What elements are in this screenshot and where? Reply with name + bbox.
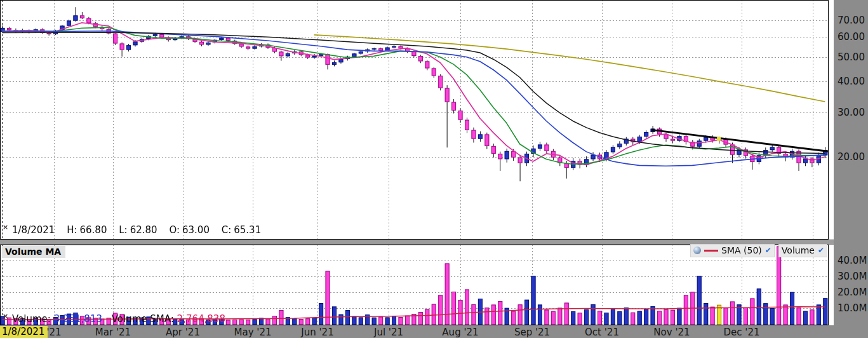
volume-sma-label: Volume SMA: <box>112 313 174 325</box>
volume-axis-label: 20.0M <box>838 287 867 298</box>
price-axis-label: 20.00 <box>838 151 865 163</box>
volume-label: Volume: <box>12 313 51 325</box>
x-axis-month-label: Mar '21 <box>84 327 142 338</box>
x-axis-month-label: May '21 <box>224 327 281 338</box>
sma-line-swatch <box>704 250 718 252</box>
price-axis-label: 30.00 <box>838 107 865 118</box>
volume-legend-chip: Volume ✔ <box>778 244 827 257</box>
x-axis-month-label: Sep '21 <box>504 327 561 338</box>
volume-legend: SMA (50) ✔ Volume ✔ <box>690 244 827 257</box>
price-panel: × 1/8/2021 H:66.80 L:62.80 O:63.00 C:65.… <box>0 0 829 240</box>
sma-legend-chip: SMA (50) ✔ <box>690 244 775 257</box>
x-axis-month-label: Dec '21 <box>713 327 770 338</box>
ohlc-date: 1/8/2021 <box>12 224 55 236</box>
ohlc-open: O:63.00 <box>169 224 210 236</box>
time-axis-strip[interactable]: 1/8/2021 '21Mar '21Apr '21May '21Jun '21… <box>0 325 834 338</box>
volume-sma-value: 2,764,838 <box>177 313 225 325</box>
ohlc-info-bar: × 1/8/2021 H:66.80 L:62.80 O:63.00 C:65.… <box>3 223 270 236</box>
sma-visibility-checkbox[interactable]: ✔ <box>765 247 771 254</box>
volume-value: 3,251,813 <box>54 313 102 325</box>
remove-indicator-icon[interactable]: × <box>3 223 8 231</box>
volume-panel: Volume MA SMA (50) ✔ Volume ✔ × Volume: … <box>0 245 829 325</box>
volume-axis-label: 10.0M <box>838 302 867 314</box>
x-axis-month-label: Nov '21 <box>643 327 700 338</box>
x-axis-month-label: Oct '21 <box>573 327 631 338</box>
volume-legend-label: Volume <box>782 245 815 255</box>
x-axis-month-label: Apr '21 <box>154 327 211 338</box>
price-axis-label: 70.00 <box>838 15 865 26</box>
sphere-icon[interactable] <box>693 247 701 254</box>
ohlc-close: C:65.31 <box>222 224 261 236</box>
volume-info-bar: × Volume: 3,251,813 Volume SMA: 2,764,83… <box>3 312 225 325</box>
x-axis-month-label: Jun '21 <box>289 327 346 338</box>
volume-visibility-checkbox[interactable]: ✔ <box>818 247 824 254</box>
ohlc-low: L:62.80 <box>119 224 157 236</box>
x-axis-month-label: '21 <box>25 327 83 338</box>
price-chart-canvas[interactable] <box>0 0 829 240</box>
volume-axis-label: 30.0M <box>838 271 867 282</box>
volume-axis-label: 40.0M <box>838 255 867 266</box>
stock-chart-window: × 1/8/2021 H:66.80 L:62.80 O:63.00 C:65.… <box>0 0 868 338</box>
price-axis-label: 60.00 <box>838 31 865 43</box>
price-axis-label: 50.00 <box>838 51 865 63</box>
volume-ma-title: Volume MA <box>2 246 65 258</box>
x-axis-month-label: Jul '21 <box>360 327 417 338</box>
remove-volume-icon[interactable]: × <box>3 312 8 320</box>
price-axis-label: 40.00 <box>838 76 865 87</box>
price-axis-strip[interactable]: 70.0060.0050.0040.0030.0020.0040.0M30.0M… <box>834 0 868 338</box>
x-axis-month-label: Aug '21 <box>432 327 489 338</box>
ohlc-high: H:66.80 <box>67 224 107 236</box>
sma-legend-label: SMA (50) <box>721 245 762 255</box>
